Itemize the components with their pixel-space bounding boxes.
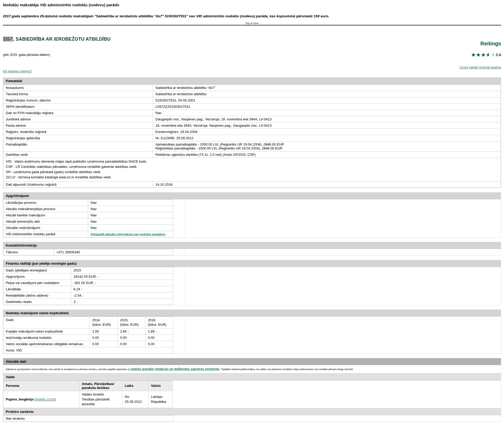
rating-more-wrap: Uzzini vairāk! Izvērstā analīze	[459, 65, 501, 69]
trend-up-icon: ↑	[81, 287, 83, 291]
cell-2014: 0.00	[90, 341, 118, 347]
capital-eur-1: 2846.00 EUR	[263, 142, 284, 146]
aktualie-text-before: Sakarā ar grozījumiem Komerclikumā, kas …	[6, 368, 130, 371]
row-label: Iedzīvotāju ienākuma nodoklis	[3, 334, 90, 341]
column-header-2015: 2015(tūkst. EUR)	[118, 317, 145, 328]
phone-label: Tālrunis	[3, 249, 54, 255]
row-label: Pasta adrese	[3, 122, 153, 129]
board-member-row: Pupins Jevgēnijs (090885-10233) Valdes l…	[3, 391, 173, 408]
table-row: Darbības veidi Reklāmas aģentūru darbība…	[3, 152, 501, 158]
footnote-zolv: ZO.LV - biznesa kontaktu katalogā www.zo…	[6, 175, 498, 180]
row-value: Nav	[88, 225, 173, 231]
row-label: Likvidācijas process:	[3, 199, 88, 206]
cell-2015: 2.64 ↑	[118, 328, 145, 334]
cell-2015: 0.00	[118, 334, 145, 341]
trend-up-icon: ↑	[128, 329, 129, 333]
table-row: Nosaukums Sabiedrība ar ierobežotu atbil…	[3, 85, 501, 91]
row-label: Apgrozījums	[3, 273, 71, 280]
table-row: Pasta adrese 18. novembra iela 394A, Vec…	[3, 122, 501, 129]
valde-table: Persona Amats, Pārstāvības/paraksta ties…	[3, 381, 173, 408]
row-label: Darbinieku skaits	[3, 298, 71, 305]
row-value: Nav	[88, 206, 173, 212]
table-row: Aktuāli kavētie maksājumi Nav	[3, 212, 173, 218]
table-row: Tālrunis +371 29505345	[3, 249, 173, 255]
paren: )	[54, 397, 55, 401]
nodoklu-heading: Nodokļu maksājumi valsts kopbudžetā	[3, 310, 501, 317]
row-label: Darbības veidi	[3, 152, 153, 158]
statutes-protocol-link[interactable]: statūtu jaunāko redakciju un dalībnieku …	[130, 367, 219, 371]
valde-heading: Valde	[3, 373, 501, 381]
row-label: Reģistrācijas apliecība	[3, 135, 153, 141]
row-label: Peļņa vai zaudējumi pēc nodokļiem	[3, 280, 71, 286]
updated-value: 14.10.2016	[153, 181, 501, 188]
row-label: Juridiskā adrese	[3, 116, 153, 122]
aktualie-heading: Aktuālie dati	[3, 358, 501, 365]
row-value: LV87ZZZ51503027531	[153, 104, 501, 110]
prokuras-table: Nav ierakstu	[3, 415, 173, 422]
row-label: Nosaukums	[3, 85, 153, 91]
kontakti-wrap: Tālrunis +371 29505345	[3, 249, 184, 255]
table-row: Reģistrs, Ierakstīts reģistrā Komercreģi…	[3, 129, 501, 135]
star-fill: ★★★★★	[471, 52, 489, 57]
table-row: Likvidācijas process: Nav	[3, 199, 173, 206]
prokuras-heading: Prokūru saraksts	[3, 408, 501, 415]
section-nodoklu-maksajumi: Nodokļu maksājumi valsts kopbudžetā Gads…	[3, 309, 501, 354]
row-label: Aktuāls maksātnespējas process	[3, 206, 88, 212]
rating-how-link[interactable]: Kā veidojas reitings?	[3, 70, 32, 73]
row-label: Gads (pēdējais iesniegtais)	[3, 267, 71, 273]
footnote-vid: VID - Valsts ieņēmumu dienesta mājas lap…	[6, 159, 498, 164]
row-label: Reģistrs, Ierakstīts reģistrā	[3, 129, 153, 135]
table-row: Reģistrācijas apliecība Nr. K123095. 25.…	[3, 135, 501, 141]
aktualie-notice: Sakarā ar grozījumiem Komerclikumā, kas …	[3, 365, 501, 373]
row-value: 51503027531, 04.05.2001	[153, 97, 501, 104]
column-header-valsts: Valsts	[149, 381, 173, 391]
row-label: VID Administrētie nodokļu parādi	[3, 231, 88, 237]
apgrutinajumi-table: Likvidācijas process: Nav Aktuāls maksāt…	[3, 199, 173, 237]
member-code-link[interactable]: 090885-10233	[36, 398, 54, 401]
row-label: Aktuāli komercķīlu akti	[3, 218, 88, 225]
pamatdati-heading: Pamatdati	[3, 78, 501, 84]
row-value: Sabiedrība ar ierobežotu atbildību	[153, 91, 501, 97]
trend-down-icon: ↓	[97, 275, 99, 279]
column-header-gads: Gads	[3, 317, 90, 328]
vid-debt-check-link[interactable]: Pārbaudīt aktuālo informāciju par nodokl…	[91, 233, 165, 236]
report-basis-note: (pēc 2015. gada pārskata datiem)	[3, 53, 111, 57]
row-value: Pārbaudīt aktuālo informāciju par nodokl…	[88, 231, 173, 237]
row-label: Rentabilitāte (aktīvu atdeve)	[3, 292, 71, 298]
member-country: Latvijas Republika	[149, 391, 173, 408]
prokuras-empty: Nav ierakstu	[3, 415, 173, 422]
trend-down-icon: ↓	[82, 293, 84, 297]
table-row-updated: Dati atjaunoti Uzņēmumu reģistrā 14.10.2…	[3, 181, 501, 188]
rating-value: 3.6	[496, 52, 501, 57]
trend-down-icon: ↓	[94, 281, 96, 285]
footnote-gp: GP - uzņēmuma gada pārskatā (gads) norād…	[6, 169, 498, 175]
row-value: Nav	[153, 110, 501, 116]
nodoklu-table: Gads 2014(tūkst. EUR) 2015(tūkst. EUR) 2…	[3, 317, 173, 354]
table-row: Rentabilitāte (aktīvu atdeve) -2.54 ↓	[3, 292, 173, 298]
table-row: Aktuāli komercķīlu akti Nav	[3, 218, 173, 225]
aktualie-text-after: . Tādējādi varēsiet pārliecināties, ka v…	[219, 368, 353, 371]
extended-analysis-link[interactable]: Uzzini vairāk! Izvērstā analīze	[459, 66, 501, 69]
table-row: Likviditāte 6.24 ↑	[3, 286, 173, 292]
company-name: , SABIEDRĪBA AR IEROBEŽOTU ATBILDĪBU	[13, 36, 111, 42]
row-value: Nav	[88, 212, 173, 218]
member-name: Pupins Jevgēnijs	[6, 397, 34, 401]
member-role: Valdes loceklis Tiesības pārstāvēt atsev…	[79, 391, 122, 408]
table-row: SEPA identifikators LV87ZZZ51503027531	[3, 104, 501, 110]
finansu-table: Gads (pēdējais iesniegtais) 2015 Apgrozī…	[3, 267, 173, 305]
row-value: 18. novembra iela 394A, Vecstropi, Nauje…	[153, 122, 501, 129]
capital-line-1: Apmaksātais pamatkapitāls - 2000.00 LVL …	[155, 142, 498, 146]
row-value: Nr. K123095. 25.09.2012	[153, 135, 501, 141]
row-value: Daugavpils nov., Naujenes pag., Vecstrop…	[153, 116, 501, 122]
row-label: Tiesiskā forma	[3, 91, 153, 97]
apgrutinajumi-heading: Apgrūtinājumi	[3, 193, 501, 199]
row-label: Likviditāte	[3, 286, 71, 292]
kontaktinformacija-heading: Kontaktinformācija	[3, 242, 501, 249]
row-label: Aktuāli kavētie maksājumi	[3, 212, 88, 218]
trend-down-icon: ↓	[155, 329, 157, 333]
cell-2014: 0.00	[90, 334, 118, 341]
member-since: No 25.09.2012	[122, 391, 149, 408]
rating-heading: Reitings	[459, 41, 501, 47]
table-row: Tiesiskā forma Sabiedrība ar ierobežotu …	[3, 91, 501, 97]
column-header-laiks: Laiks	[122, 381, 149, 391]
